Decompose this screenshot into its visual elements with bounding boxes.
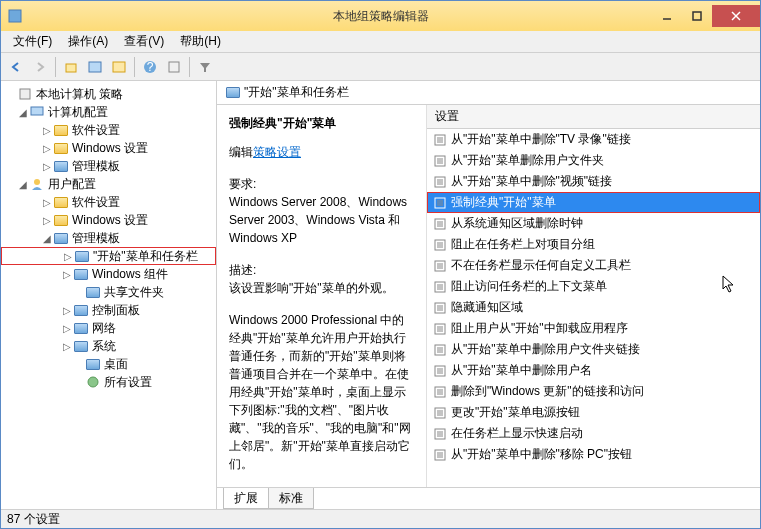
tree-label: 系统 [92,338,116,355]
close-button[interactable] [712,5,760,27]
svg-rect-2 [693,12,701,20]
menu-action[interactable]: 操作(A) [60,30,116,53]
svg-rect-0 [9,10,21,22]
policy-icon [433,406,447,420]
maximize-button[interactable] [682,5,712,27]
list-item[interactable]: 不在任务栏显示任何自定义工具栏 [427,255,760,276]
svg-rect-5 [66,64,76,72]
list-item[interactable]: 更改"开始"菜单电源按钮 [427,402,760,423]
list-header[interactable]: 设置 [427,105,760,129]
tree-admin-templates[interactable]: ▷管理模板 [1,157,216,175]
list-button[interactable] [84,56,106,78]
detail-button[interactable] [108,56,130,78]
toolbar: ? [1,53,760,81]
svg-point-14 [88,377,98,387]
tree-software-settings-user[interactable]: ▷软件设置 [1,193,216,211]
list-item[interactable]: 强制经典"开始"菜单 [427,192,760,213]
help-button[interactable]: ? [139,56,161,78]
policy-icon [433,364,447,378]
tree-windows-settings-user[interactable]: ▷Windows 设置 [1,211,216,229]
policy-icon [433,154,447,168]
svg-rect-11 [20,89,30,99]
settings-list[interactable]: 从"开始"菜单中删除"TV 录像"链接从"开始"菜单删除用户文件夹从"开始"菜单… [427,129,760,485]
svg-point-13 [34,179,40,185]
window-title: 本地组策略编辑器 [333,8,429,25]
filter-button[interactable] [194,56,216,78]
menu-file[interactable]: 文件(F) [5,30,60,53]
forward-button[interactable] [29,56,51,78]
svg-rect-6 [89,62,101,72]
minimize-button[interactable] [652,5,682,27]
tree-software-settings[interactable]: ▷软件设置 [1,121,216,139]
tree-network[interactable]: ▷网络 [1,319,216,337]
svg-rect-10 [169,62,179,72]
list-item[interactable]: 从系统通知区域删除时钟 [427,213,760,234]
policy-icon [433,259,447,273]
up-button[interactable] [60,56,82,78]
tree-all-settings[interactable]: 所有设置 [1,373,216,391]
tree-computer-config[interactable]: ◢计算机配置 [1,103,216,121]
tree-shared-folders[interactable]: 共享文件夹 [1,283,216,301]
policy-icon [433,196,447,210]
menu-help[interactable]: 帮助(H) [172,30,229,53]
list-item[interactable]: 阻止用户从"开始"中卸载应用程序 [427,318,760,339]
list-item[interactable]: 从"开始"菜单中删除用户名 [427,360,760,381]
folder-icon [225,86,241,100]
tree-label: 共享文件夹 [104,284,164,301]
list-item-label: 阻止在任务栏上对项目分组 [451,236,595,253]
edit-policy-link[interactable]: 策略设置 [253,145,301,159]
content-title: "开始"菜单和任务栏 [244,84,349,101]
tree-start-taskbar[interactable]: ▷"开始"菜单和任务栏 [1,247,216,265]
list-item[interactable]: 隐藏通知区域 [427,297,760,318]
list-item-label: 从"开始"菜单中删除用户文件夹链接 [451,341,640,358]
tree-windows-settings[interactable]: ▷Windows 设置 [1,139,216,157]
tree-label: 用户配置 [48,176,96,193]
svg-text:?: ? [147,60,154,74]
tree-user-config[interactable]: ◢用户配置 [1,175,216,193]
back-button[interactable] [5,56,27,78]
policy-icon [433,427,447,441]
tree-label: 控制面板 [92,302,140,319]
properties-button[interactable] [163,56,185,78]
tree-desktop[interactable]: 桌面 [1,355,216,373]
tree-control-panel[interactable]: ▷控制面板 [1,301,216,319]
list-item[interactable]: 阻止访问任务栏的上下文菜单 [427,276,760,297]
list-item[interactable]: 从"开始"菜单中删除"TV 录像"链接 [427,129,760,150]
list-item[interactable]: 从"开始"菜单删除用户文件夹 [427,150,760,171]
list-item[interactable]: 阻止在任务栏上对项目分组 [427,234,760,255]
tree-admin-templates-user[interactable]: ◢管理模板 [1,229,216,247]
status-text: 87 个设置 [7,511,60,528]
tree-windows-components[interactable]: ▷Windows 组件 [1,265,216,283]
tree-label: Windows 设置 [72,212,148,229]
list-header-label: 设置 [435,108,459,125]
policy-icon [433,322,447,336]
tree-label: 桌面 [104,356,128,373]
list-item[interactable]: 从"开始"菜单中删除"视频"链接 [427,171,760,192]
policy-icon [433,280,447,294]
list-item-label: 从"开始"菜单中删除"移除 PC"按钮 [451,446,632,463]
description-long: Windows 2000 Professional 中的经典"开始"菜单允许用户… [229,311,414,473]
tree-label: 软件设置 [72,122,120,139]
list-item[interactable]: 在任务栏上显示快速启动 [427,423,760,444]
policy-icon [433,133,447,147]
list-item-label: 删除到"Windows 更新"的链接和访问 [451,383,644,400]
menubar: 文件(F) 操作(A) 查看(V) 帮助(H) [1,31,760,53]
tab-standard[interactable]: 标准 [268,488,314,509]
svg-rect-7 [113,62,125,72]
policy-icon [433,343,447,357]
list-item[interactable]: 删除到"Windows 更新"的链接和访问 [427,381,760,402]
list-item-label: 更改"开始"菜单电源按钮 [451,404,580,421]
list-item-label: 不在任务栏显示任何自定义工具栏 [451,257,631,274]
app-icon [7,8,23,24]
list-item[interactable]: 从"开始"菜单中删除"移除 PC"按钮 [427,444,760,465]
tree-label: 本地计算机 策略 [36,86,123,103]
menu-view[interactable]: 查看(V) [116,30,172,53]
tab-extended[interactable]: 扩展 [223,488,269,509]
list-item[interactable]: 从"开始"菜单中删除用户文件夹链接 [427,339,760,360]
tree-root[interactable]: 本地计算机 策略 [1,85,216,103]
tabs: 扩展 标准 [217,487,760,509]
list-item-label: 阻止用户从"开始"中卸载应用程序 [451,320,628,337]
tree-pane[interactable]: 本地计算机 策略 ◢计算机配置 ▷软件设置 ▷Windows 设置 ▷管理模板 … [1,81,217,509]
content-header: "开始"菜单和任务栏 [217,81,760,105]
tree-system[interactable]: ▷系统 [1,337,216,355]
